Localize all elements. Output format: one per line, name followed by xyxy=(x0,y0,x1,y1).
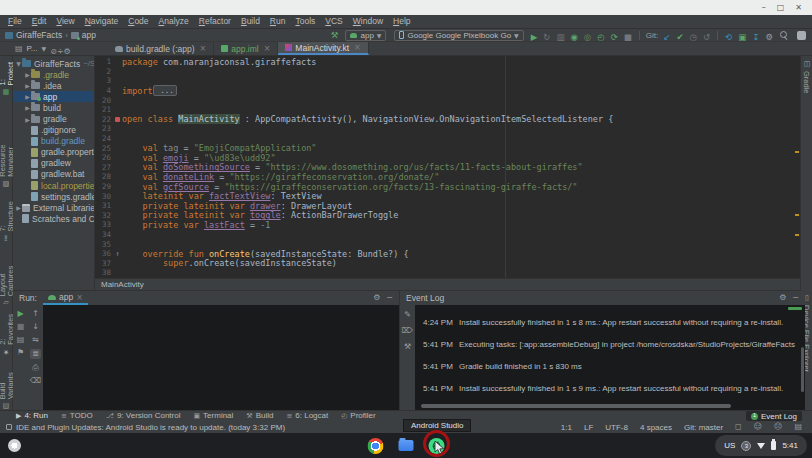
code-line-3[interactable]: 3 xyxy=(95,76,794,86)
code-line-4[interactable]: 4import ... xyxy=(95,86,794,96)
make-project-icon[interactable]: ⚒ xyxy=(331,31,339,40)
tw-terminal[interactable]: ▣Terminal xyxy=(193,412,233,420)
code-line-27[interactable]: 27 val doSomethingSource = "https://www.… xyxy=(95,163,794,173)
lock-icon[interactable]: ◻ xyxy=(735,423,742,431)
sdk-manager-icon[interactable]: ↧ xyxy=(752,32,759,42)
tree-arrow-icon[interactable]: ▶ xyxy=(24,104,31,111)
settings-gear-icon[interactable]: ⚙ xyxy=(373,294,380,302)
menu-navigate[interactable]: Navigate xyxy=(80,15,124,28)
minimize-button[interactable]: – xyxy=(762,4,766,12)
run-icon[interactable]: ▶ xyxy=(531,32,538,42)
rollback-icon[interactable]: ↺ xyxy=(703,32,710,42)
log-settings-icon[interactable]: ✎ xyxy=(404,311,411,319)
attach-debugger-icon[interactable]: ◎ xyxy=(584,32,591,42)
debug-icon[interactable]: ◉ xyxy=(570,32,577,42)
code-line-31[interactable]: 31 private lateinit var drawer: DrawerLa… xyxy=(95,201,794,211)
chrome-app-icon[interactable] xyxy=(368,438,384,454)
menu-analyze[interactable]: Analyze xyxy=(154,15,194,28)
tw-run[interactable]: ▶4: Run xyxy=(16,412,48,420)
log-entry[interactable]: 4:24 PMInstall successfully finished in … xyxy=(423,318,795,327)
tab-build-gradle-app[interactable]: build.gradle (:app)× xyxy=(108,42,214,55)
tree-item-local-properties[interactable]: local.properties xyxy=(13,180,94,191)
tree-item-gradlew-bat[interactable]: gradlew.bat xyxy=(13,169,94,180)
sync-project-icon[interactable]: ⟲ xyxy=(725,32,732,42)
code-line-23[interactable]: 23 xyxy=(95,124,794,134)
tab-app-iml[interactable]: app.iml× xyxy=(214,42,278,55)
run-config-select[interactable]: app ▼ xyxy=(345,30,386,41)
tree-item-build[interactable]: ▶build xyxy=(13,102,94,113)
code-line-20[interactable]: 20 xyxy=(95,95,794,105)
tree-arrow-icon[interactable]: ▶ xyxy=(24,71,31,78)
tree-item-gitignore[interactable]: .gitignore xyxy=(13,125,94,136)
code-line-26[interactable]: 26 val emoji = "\ud83e\udd92" xyxy=(95,153,794,163)
tree-item-gradle[interactable]: ▶gradle xyxy=(13,113,94,124)
up-stack-trace-icon[interactable]: ↑ xyxy=(32,310,39,318)
event-log-button[interactable]: 1 Event Log xyxy=(746,411,802,421)
soft-wrap-icon[interactable]: ⇋ xyxy=(32,336,39,344)
clear-log-icon[interactable]: ⌦ xyxy=(402,327,413,335)
warning-stripe-mark[interactable] xyxy=(795,214,799,216)
commit-icon[interactable]: ✔ xyxy=(676,32,683,42)
run-console[interactable] xyxy=(43,305,399,410)
tree-item-idea[interactable]: ▶.idea xyxy=(13,80,94,91)
tree-item-gradle-properties[interactable]: gradle.properties xyxy=(13,147,94,158)
log-entry[interactable]: 5:41 PMInstall successfully finished in … xyxy=(423,384,795,393)
stripe-structure[interactable]: ≔7: Structure xyxy=(0,200,14,242)
horizontal-scrollbar[interactable] xyxy=(421,404,731,408)
stripe-build-variants[interactable]: ▤Build Variants xyxy=(0,362,14,410)
status-git-branch[interactable]: Git: master xyxy=(684,423,723,432)
device-manager-icon[interactable]: ▣ xyxy=(738,32,746,42)
code-line-38[interactable]: 38 xyxy=(95,268,794,278)
stop-icon[interactable]: ■ xyxy=(17,323,25,331)
tw-version-control[interactable]: ⎇9: Version Control xyxy=(106,412,181,420)
stop-icon[interactable]: ■ xyxy=(624,32,632,42)
status-encoding[interactable]: UTF-8 xyxy=(605,423,628,432)
code-line-21[interactable]: 21 xyxy=(95,105,794,115)
breadcrumb-class[interactable]: MainActivity xyxy=(101,280,144,289)
menu-run[interactable]: Run xyxy=(265,15,291,28)
build-tools-icon[interactable]: ⚒ xyxy=(404,343,411,351)
stripe-favorites[interactable]: ★2: Favorites xyxy=(0,313,14,356)
tree-item-app[interactable]: ▶app xyxy=(13,91,94,102)
down-stack-trace-icon[interactable]: ↓ xyxy=(32,323,39,331)
tree-arrow-icon[interactable]: ▶ xyxy=(24,116,31,123)
menu-vcs[interactable]: VCS xyxy=(320,15,347,28)
tree-item-external-libraries[interactable]: ▶External Libraries xyxy=(13,202,94,213)
code-line-37[interactable]: 37 super.onCreate(savedInstanceState) xyxy=(95,258,794,268)
rerun-icon[interactable]: ▶ xyxy=(17,310,23,318)
apply-code-changes-icon[interactable]: ▥ xyxy=(556,32,564,42)
code-line-30[interactable]: 30 lateinit var factTextView: TextView xyxy=(95,191,794,201)
tree-item-gradlew[interactable]: gradlew xyxy=(13,158,94,169)
code-line-24[interactable]: 24 xyxy=(95,134,794,144)
code-line-29[interactable]: 29 val gcfSource = "https://giraffeconse… xyxy=(95,182,794,192)
files-app-icon[interactable] xyxy=(399,440,414,451)
menu-edit[interactable]: Edit xyxy=(27,15,52,28)
override-marker-icon[interactable]: ↑ xyxy=(113,250,122,258)
close-tab-icon[interactable]: × xyxy=(354,43,361,52)
ide-profile-icon[interactable] xyxy=(797,31,806,40)
launcher-button[interactable] xyxy=(8,439,21,452)
memory-indicator-icon[interactable]: ▤ xyxy=(794,423,802,431)
warning-stripe-mark[interactable] xyxy=(795,234,799,236)
tw-logcat[interactable]: ≡6: Logcat xyxy=(286,412,328,420)
code-line-22[interactable]: 22open class MainActivity : AppCompatAct… xyxy=(95,115,794,125)
menu-view[interactable]: View xyxy=(51,15,79,28)
warning-stripe-mark[interactable] xyxy=(795,151,799,153)
code-line-35[interactable]: 35 xyxy=(95,239,794,249)
tree-arrow-icon[interactable]: ▶ xyxy=(24,93,31,100)
tree-item-build-gradle[interactable]: build.gradle xyxy=(13,136,94,147)
settings-gear-icon[interactable]: ⚙ xyxy=(765,32,773,42)
apply-restart-icon[interactable]: ⟳ xyxy=(611,32,618,42)
code-line-33[interactable]: 33 private var lastFact = -1 xyxy=(95,220,794,230)
code-editor[interactable]: 1package com.naranjaconsal.giraffefacts2… xyxy=(95,56,800,290)
close-button[interactable]: ✕ xyxy=(795,4,802,12)
log-entry[interactable]: 5:41 PMExecuting tasks: [:app:assembleDe… xyxy=(423,340,795,349)
menu-code[interactable]: Code xyxy=(123,15,153,28)
tree-arrow-icon[interactable]: ▶ xyxy=(24,82,31,89)
tw-build[interactable]: ⚒Build xyxy=(246,412,273,420)
tree-item-scratches-and-consoles[interactable]: Scratches and Consoles xyxy=(13,213,94,224)
restore-button[interactable]: □ xyxy=(777,4,785,12)
menu-window[interactable]: Window xyxy=(348,15,388,28)
close-tab-icon[interactable]: × xyxy=(264,44,271,53)
event-log-content[interactable]: 4:24 PMInstall successfully finished in … xyxy=(415,305,805,410)
